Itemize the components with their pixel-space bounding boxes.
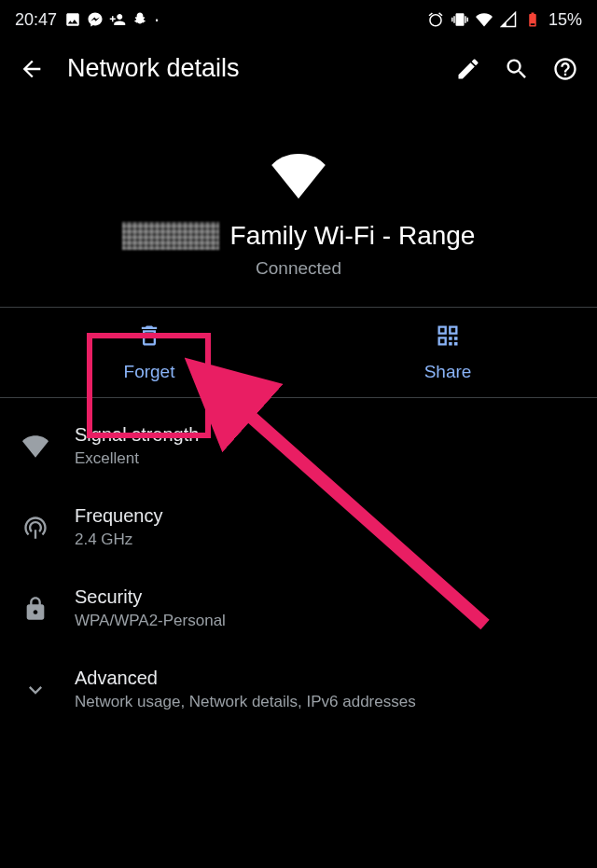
more-dot-icon: ·	[154, 15, 160, 24]
back-icon[interactable]	[19, 56, 45, 82]
network-name-text: Family Wi-Fi - Range	[230, 221, 476, 251]
trash-icon	[136, 323, 162, 349]
help-icon[interactable]	[552, 56, 578, 82]
advanced-value: Network usage, Network details, IPv6 add…	[75, 693, 416, 711]
status-right: 15%	[427, 10, 582, 30]
connection-status: Connected	[256, 258, 341, 279]
snapchat-icon	[132, 11, 148, 28]
photo-icon	[64, 11, 81, 28]
frequency-value: 2.4 GHz	[75, 530, 163, 549]
frequency-label: Frequency	[75, 505, 163, 527]
advanced-item[interactable]: Advanced Network usage, Network details,…	[0, 649, 597, 730]
share-label: Share	[424, 362, 472, 382]
network-name: Family Wi-Fi - Range	[122, 221, 476, 251]
edit-icon[interactable]	[455, 56, 481, 82]
actions-row: Forget Share	[0, 308, 597, 397]
cell-signal-icon	[500, 11, 517, 28]
network-hero: Family Wi-Fi - Range Connected	[0, 98, 597, 307]
wifi-small-icon	[22, 434, 49, 460]
page-title: Network details	[67, 54, 433, 83]
wifi-status-icon	[476, 11, 493, 28]
alarm-icon	[427, 11, 444, 28]
antenna-icon	[22, 515, 49, 541]
signal-value: Excellent	[75, 449, 199, 468]
signal-strength-item[interactable]: Signal strength Excellent	[0, 406, 597, 487]
advanced-label: Advanced	[75, 668, 416, 689]
frequency-item[interactable]: Frequency 2.4 GHz	[0, 487, 597, 568]
status-left: 20:47 ·	[15, 10, 160, 30]
qr-icon	[435, 323, 461, 349]
wifi-icon	[271, 154, 326, 199]
redacted-prefix	[122, 222, 219, 250]
detail-list: Signal strength Excellent Frequency 2.4 …	[0, 398, 597, 737]
security-item[interactable]: Security WPA/WPA2-Personal	[0, 568, 597, 649]
share-button[interactable]: Share	[298, 323, 597, 382]
vibrate-icon	[451, 11, 468, 28]
forget-button[interactable]: Forget	[0, 323, 298, 382]
chevron-down-icon	[22, 677, 49, 703]
battery-percent: 15%	[548, 10, 582, 30]
add-user-icon	[109, 11, 126, 28]
app-bar: Network details	[0, 39, 597, 98]
security-value: WPA/WPA2-Personal	[75, 612, 226, 630]
status-bar: 20:47 · 15%	[0, 0, 597, 39]
clock: 20:47	[15, 10, 57, 30]
security-label: Security	[75, 586, 226, 608]
lock-icon	[22, 596, 49, 622]
messenger-icon	[87, 11, 104, 28]
signal-label: Signal strength	[75, 424, 199, 446]
forget-label: Forget	[124, 362, 175, 382]
battery-icon	[524, 11, 541, 28]
search-icon[interactable]	[504, 56, 530, 82]
notification-icons: ·	[64, 11, 160, 28]
